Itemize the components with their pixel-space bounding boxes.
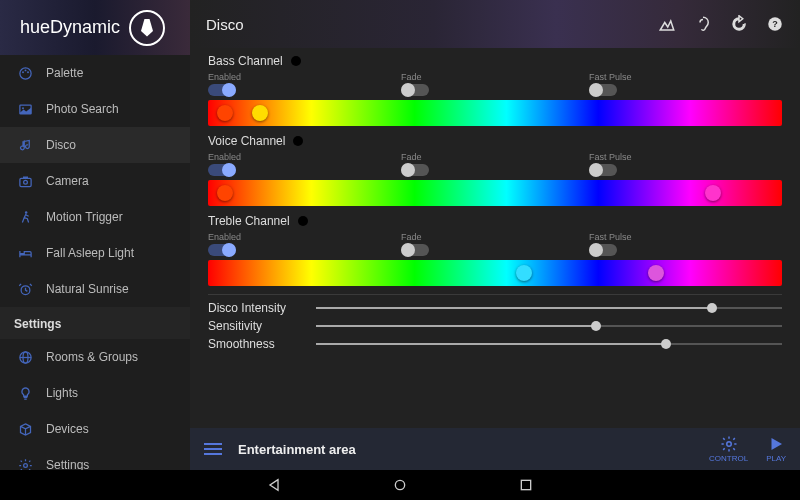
- app-name: hueDynamic: [20, 17, 120, 38]
- sidebar-settings-lights[interactable]: Lights: [0, 375, 190, 411]
- slider-track[interactable]: [316, 343, 782, 345]
- sidebar-item-camera[interactable]: Camera: [0, 163, 190, 199]
- music-note-icon: [18, 138, 46, 153]
- nav-label: Camera: [46, 174, 89, 188]
- nav-label: Disco: [46, 138, 76, 152]
- sidebar-settings-settings[interactable]: Settings: [0, 447, 190, 470]
- toggle-label-fastpulse: Fast Pulse: [589, 152, 632, 162]
- header: Disco ?: [190, 0, 800, 48]
- nav-label: Palette: [46, 66, 83, 80]
- slider-label: Smoothness: [208, 337, 308, 351]
- slider-sensitivity: Sensitivity: [208, 319, 782, 333]
- sidebar-settings-rooms-&-groups[interactable]: Rooms & Groups: [0, 339, 190, 375]
- slider-thumb[interactable]: [707, 303, 717, 313]
- sidebar-item-disco[interactable]: Disco: [0, 127, 190, 163]
- bed-icon: [18, 246, 46, 261]
- slider-smoothness: Smoothness: [208, 337, 782, 351]
- svg-text:?: ?: [772, 19, 778, 29]
- slider-label: Sensitivity: [208, 319, 308, 333]
- control-button[interactable]: CONTROL: [709, 435, 748, 463]
- svg-point-7: [24, 180, 28, 184]
- toggle-enabled[interactable]: [208, 84, 236, 96]
- channel-title: Voice Channel: [208, 134, 782, 148]
- image-icon: [18, 102, 46, 117]
- hamburger-icon[interactable]: [204, 442, 222, 456]
- slider-disco-intensity: Disco Intensity: [208, 301, 782, 315]
- sidebar-item-palette[interactable]: Palette: [0, 55, 190, 91]
- nav-label: Settings: [46, 458, 89, 470]
- bulb-icon: [18, 386, 46, 401]
- channel-indicator-dot: [291, 56, 301, 66]
- channel-title: Treble Channel: [208, 214, 782, 228]
- toggle-fastpulse[interactable]: [589, 164, 617, 176]
- palette-icon: [18, 66, 46, 81]
- svg-point-22: [726, 442, 731, 447]
- bottom-bar: Entertainment area CONTROL PLAY: [190, 428, 800, 470]
- spectrum-handle[interactable]: [516, 265, 532, 281]
- main-panel: Disco ? Bass Channel EnabledFadeFast Pul…: [190, 0, 800, 470]
- toggle-label-fade: Fade: [401, 72, 429, 82]
- svg-rect-6: [20, 178, 31, 186]
- spectrum-handle[interactable]: [705, 185, 721, 201]
- logo-area: hueDynamic: [0, 0, 190, 55]
- nav-label: Natural Sunrise: [46, 282, 129, 296]
- toggle-fade[interactable]: [401, 164, 429, 176]
- slider-thumb[interactable]: [591, 321, 601, 331]
- toggle-enabled[interactable]: [208, 164, 236, 176]
- slider-label: Disco Intensity: [208, 301, 308, 315]
- channel-voice-channel: Voice Channel EnabledFadeFast Pulse: [208, 134, 782, 206]
- recent-icon[interactable]: [518, 477, 534, 493]
- divider: [208, 294, 782, 295]
- globe-icon: [18, 350, 46, 365]
- toggle-fastpulse[interactable]: [589, 244, 617, 256]
- slider-track[interactable]: [316, 325, 782, 327]
- gear-icon: [18, 458, 46, 471]
- sidebar-section-settings: Settings: [0, 307, 190, 339]
- toggle-fade[interactable]: [401, 244, 429, 256]
- sidebar-item-photo-search[interactable]: Photo Search: [0, 91, 190, 127]
- channel-bass-channel: Bass Channel EnabledFadeFast Pulse: [208, 54, 782, 126]
- page-title: Disco: [206, 16, 658, 33]
- refresh-icon[interactable]: [730, 15, 748, 33]
- sidebar-item-fall-asleep-light[interactable]: Fall Asleep Light: [0, 235, 190, 271]
- nav-label: Fall Asleep Light: [46, 246, 134, 260]
- channel-treble-channel: Treble Channel EnabledFadeFast Pulse: [208, 214, 782, 286]
- svg-point-9: [25, 211, 28, 214]
- spectrum-handle[interactable]: [252, 105, 268, 121]
- spectrum-handle[interactable]: [648, 265, 664, 281]
- channel-indicator-dot: [298, 216, 308, 226]
- toggle-enabled[interactable]: [208, 244, 236, 256]
- svg-rect-24: [521, 480, 530, 489]
- nav-label: Rooms & Groups: [46, 350, 138, 364]
- toggle-fastpulse[interactable]: [589, 84, 617, 96]
- svg-point-5: [22, 107, 24, 109]
- sidebar-settings-devices[interactable]: Devices: [0, 411, 190, 447]
- spectrum-handle[interactable]: [217, 105, 233, 121]
- spectrum-slider[interactable]: [208, 180, 782, 206]
- sidebar-item-motion-trigger[interactable]: Motion Trigger: [0, 199, 190, 235]
- ear-icon[interactable]: [694, 15, 712, 33]
- channel-indicator-dot: [293, 136, 303, 146]
- toggle-label-enabled: Enabled: [208, 72, 241, 82]
- spectrum-handle[interactable]: [217, 185, 233, 201]
- nav-label: Devices: [46, 422, 89, 436]
- android-navbar: [0, 470, 800, 500]
- spectrum-slider[interactable]: [208, 100, 782, 126]
- svg-point-1: [22, 71, 24, 73]
- back-icon[interactable]: [266, 477, 282, 493]
- toggle-fade[interactable]: [401, 84, 429, 96]
- mountain-icon[interactable]: [658, 15, 676, 33]
- alarm-icon: [18, 282, 46, 297]
- spectrum-slider[interactable]: [208, 260, 782, 286]
- toggle-label-fastpulse: Fast Pulse: [589, 72, 632, 82]
- entertainment-area-label[interactable]: Entertainment area: [238, 442, 691, 457]
- play-button[interactable]: PLAY: [766, 435, 786, 463]
- svg-point-2: [25, 69, 27, 71]
- svg-point-14: [24, 463, 28, 467]
- help-icon[interactable]: ?: [766, 15, 784, 33]
- home-icon[interactable]: [392, 477, 408, 493]
- sidebar-item-natural-sunrise[interactable]: Natural Sunrise: [0, 271, 190, 307]
- slider-thumb[interactable]: [661, 339, 671, 349]
- slider-track[interactable]: [316, 307, 782, 309]
- svg-point-23: [395, 480, 404, 489]
